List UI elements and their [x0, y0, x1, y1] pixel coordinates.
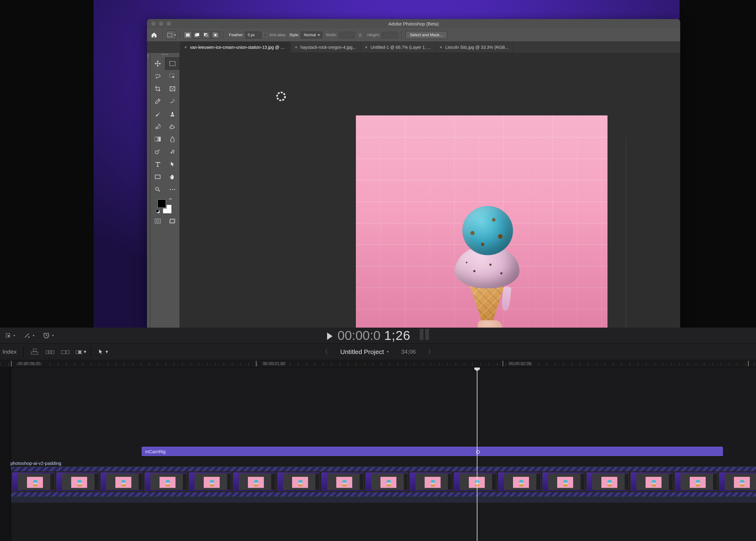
timeline-index-button[interactable]: Index — [0, 348, 23, 355]
antialias-checkbox[interactable]: Anti-alias — [263, 33, 285, 37]
crop-tool[interactable] — [150, 83, 165, 95]
document-tab[interactable]: × Untitled-1 @ 66.7% (Layer 1, ... — [361, 42, 436, 53]
quick-mask-button[interactable] — [150, 217, 165, 226]
svg-point-14 — [173, 153, 174, 154]
more-tools[interactable] — [165, 183, 180, 196]
feather-input[interactable] — [245, 32, 261, 38]
zoom-icon — [155, 186, 161, 193]
eraser-tool[interactable] — [165, 120, 180, 133]
home-button[interactable] — [149, 30, 159, 40]
insert-clip-button[interactable] — [45, 347, 56, 357]
lasso-tool[interactable] — [150, 70, 165, 82]
timeline-tracks[interactable]: mCamRig photoshop-ai-v2-padding — [0, 367, 756, 541]
path-selection-tool[interactable] — [165, 158, 180, 171]
window-close-icon[interactable] — [151, 22, 155, 26]
remove-tool[interactable] — [165, 95, 180, 108]
type-tool[interactable] — [150, 158, 165, 171]
brush-tool[interactable] — [150, 108, 165, 120]
tool-menu-2[interactable]: ▾ — [21, 331, 37, 340]
close-tab-icon[interactable]: × — [365, 45, 368, 50]
document-tab[interactable]: × haystack-rock-oregon-4.jpg... — [291, 42, 361, 53]
screen-mode-button[interactable] — [165, 217, 180, 226]
hand-tool[interactable] — [165, 171, 180, 183]
current-tool-indicator[interactable]: ▾ — [166, 30, 176, 40]
foreground-color-swatch[interactable] — [157, 199, 166, 208]
chevron-down-icon: ▾ — [52, 334, 54, 337]
selection-add-button[interactable] — [193, 31, 201, 39]
style-select[interactable]: Normal — [301, 32, 322, 38]
swap-dimensions-button[interactable] — [357, 32, 364, 38]
height-input[interactable] — [382, 32, 397, 38]
timeline-clip-mcamrig[interactable]: mCamRig — [142, 447, 723, 456]
select-and-mask-button[interactable]: Select and Mask... — [405, 31, 447, 39]
frame-tool[interactable] — [165, 83, 180, 95]
tool-menu-3[interactable]: ▾ — [41, 331, 56, 340]
default-colors-icon[interactable] — [156, 210, 160, 214]
svg-point-26 — [277, 92, 285, 100]
gradient-tool[interactable] — [150, 133, 165, 145]
svg-rect-3 — [196, 33, 199, 36]
eraser-icon — [169, 124, 176, 129]
timeline-audio-placeholder[interactable] — [11, 497, 756, 503]
document-tab[interactable]: × van-leeuwen-ice-cream-union-station-13… — [180, 42, 291, 53]
clip-title-label: photoshop-ai-v2-padding — [10, 461, 61, 466]
blur-tool[interactable] — [165, 133, 180, 145]
dodge-tool[interactable] — [150, 146, 165, 158]
selection-new-button[interactable] — [184, 31, 192, 39]
selection-intersect-button[interactable] — [211, 31, 219, 39]
tab-label: haystack-rock-oregon-4.jpg... — [300, 45, 356, 50]
clip-thumbnail — [409, 471, 453, 492]
eyedropper-tool[interactable] — [150, 95, 165, 108]
gradient-icon — [155, 137, 161, 142]
pen-tool[interactable] — [165, 146, 180, 158]
next-edit-button[interactable]: 〉 — [428, 347, 434, 356]
window-minimize-icon[interactable] — [159, 22, 163, 26]
arrow-cursor-icon — [98, 349, 103, 355]
prev-edit-button[interactable]: 〈 — [322, 347, 328, 356]
play-button[interactable] — [327, 332, 333, 340]
ruler-tick — [256, 361, 257, 366]
overwrite-clip-button[interactable]: ▾ — [75, 347, 86, 357]
selection-subtract-button[interactable] — [202, 31, 210, 39]
style-value: Normal — [304, 33, 316, 37]
connect-clip-button[interactable] — [29, 347, 40, 357]
window-controls[interactable] — [151, 22, 171, 26]
swap-colors-icon[interactable] — [168, 198, 173, 203]
document-tab[interactable]: × Lincoln Sits.jpg @ 33.3% (RGB... — [435, 42, 513, 53]
clip-thumbnail — [143, 471, 188, 492]
svg-point-18 — [172, 189, 173, 190]
history-brush-tool[interactable] — [150, 120, 165, 133]
timeline-clip-video[interactable] — [11, 466, 756, 497]
clone-stamp-tool[interactable] — [165, 108, 180, 120]
lasso-icon — [154, 73, 161, 79]
panel-rail[interactable] — [147, 53, 150, 327]
arrow-cursor-icon — [170, 161, 175, 167]
close-tab-icon[interactable]: × — [440, 45, 442, 50]
timeline-playhead[interactable] — [477, 367, 477, 541]
height-label: Height: — [367, 33, 380, 37]
project-name-button[interactable]: Untitled Project ▾ — [340, 348, 389, 355]
rectangular-marquee-tool[interactable] — [165, 57, 180, 70]
clip-connect-buttons: ▾ — [29, 347, 86, 357]
close-tab-icon[interactable]: × — [184, 45, 187, 50]
object-selection-tool[interactable] — [165, 70, 180, 82]
document-canvas[interactable] — [356, 116, 608, 327]
close-tab-icon[interactable]: × — [295, 45, 297, 50]
move-tool[interactable] — [150, 57, 165, 70]
clip-thumbnail — [11, 471, 55, 492]
timeline-ruler[interactable]: 00:00:00;0000:00:01;0000:00:02;00 — [0, 360, 756, 367]
svg-rect-32 — [49, 351, 51, 354]
window-zoom-icon[interactable] — [166, 22, 171, 26]
selection-mode-group — [184, 31, 219, 39]
clip-thumbnail — [100, 471, 143, 492]
append-clip-button[interactable] — [60, 347, 71, 357]
zoom-tool[interactable] — [150, 183, 165, 196]
canvas-area[interactable] — [180, 53, 680, 327]
photoshop-titlebar[interactable]: Adobe Photoshop (Beta) — [147, 19, 680, 28]
timeline-select-tool[interactable]: ▾ — [98, 349, 108, 355]
panel-grip-icon[interactable] — [159, 54, 171, 56]
svg-rect-30 — [33, 349, 36, 351]
tool-menu-1[interactable]: ▾ — [3, 331, 18, 339]
rectangle-tool[interactable] — [150, 171, 165, 183]
width-input[interactable] — [339, 32, 355, 38]
